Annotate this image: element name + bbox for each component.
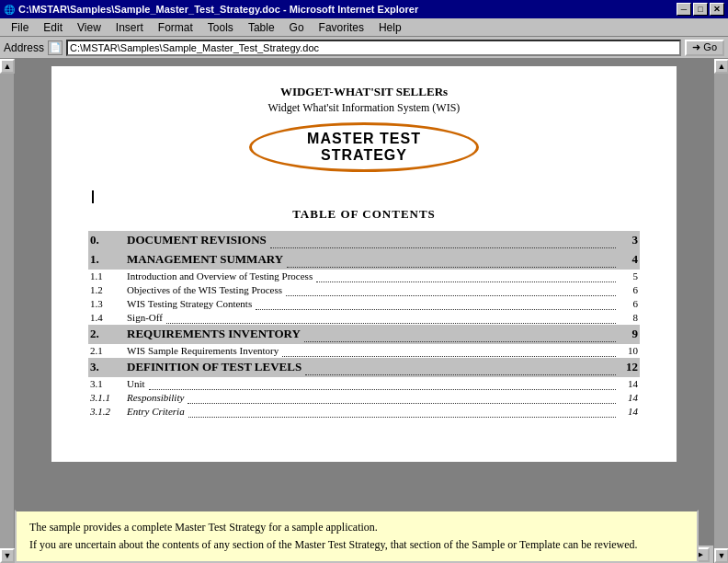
toc-page-0: 3 [620, 233, 638, 247]
toc-dots-4 [256, 298, 616, 310]
address-input[interactable] [66, 40, 681, 56]
address-icon: 📄 [48, 40, 63, 55]
main-area: ▲ ▼ WIDGET-WHAT'SIT SELLERs Widget What'… [0, 59, 728, 563]
menu-favorites[interactable]: Favorites [312, 19, 371, 36]
toc-num-11: 3.1.2 [90, 406, 127, 417]
right-scroll-down[interactable]: ▼ [714, 548, 728, 563]
menu-table[interactable]: Table [241, 19, 282, 36]
toc-num-2: 1.1 [90, 270, 127, 282]
toc-page-9: 14 [620, 378, 638, 389]
toc-text-8: DEFINITION OF TEST LEVELS [127, 360, 301, 374]
menu-go[interactable]: Go [282, 19, 312, 36]
address-bar: Address 📄 ➜ Go [0, 37, 728, 59]
toc-dots-2 [316, 270, 616, 282]
info-box: The sample provides a complete Master Te… [15, 510, 699, 563]
toc-num-9: 3.1 [90, 378, 127, 389]
toc-entry-6: 2.REQUIREMENTS INVENTORY 9 [88, 325, 640, 344]
minimize-button[interactable]: ─ [677, 3, 691, 16]
right-scroll-up[interactable]: ▲ [714, 59, 728, 74]
toc-dots-6 [304, 327, 616, 342]
window-title: C:\MSTAR\Samples\Sample_Master_Test_Stra… [18, 4, 418, 15]
toc-num-1: 1. [90, 252, 127, 267]
toc-dots-1 [287, 252, 616, 268]
close-button[interactable]: ✕ [710, 3, 724, 16]
text-cursor [92, 190, 97, 203]
cursor-line [88, 190, 640, 203]
toc-page-1: 4 [620, 252, 638, 267]
toc-entry-10: 3.1.1Responsibility 14 [88, 391, 640, 405]
menu-file[interactable]: File [4, 19, 36, 36]
toc-entry-3: 1.2Objectives of the WIS Testing Process… [88, 283, 640, 297]
toc-entry-11: 3.1.2Entry Criteria 14 [88, 405, 640, 419]
toc-dots-3 [286, 284, 616, 296]
toc-dots-10 [188, 392, 616, 404]
toc-entry-1: 1.MANAGEMENT SUMMARY 4 [88, 250, 640, 270]
app-icon: 🌐 [4, 5, 15, 15]
menu-format[interactable]: Format [151, 19, 200, 36]
toc-page-3: 6 [620, 284, 638, 295]
document-wrapper: WIDGET-WHAT'SIT SELLERs Widget What'sit … [15, 59, 713, 545]
menu-bar: File Edit View Insert Format Tools Table… [0, 18, 728, 37]
go-button[interactable]: ➜ Go [685, 40, 724, 56]
toc-page-10: 14 [620, 392, 638, 403]
master-test-title: MASTER TEST STRATEGY [249, 122, 479, 172]
scroll-up-button[interactable]: ▲ [0, 59, 15, 74]
toc-entry-5: 1.4Sign-Off 8 [88, 311, 640, 325]
toc-num-3: 1.2 [90, 284, 127, 295]
toc-num-5: 1.4 [90, 312, 127, 323]
document-page: WIDGET-WHAT'SIT SELLERs Widget What'sit … [51, 66, 677, 462]
info-line2: If you are uncertain about the contents … [29, 538, 684, 552]
toc-text-7: WIS Sample Requirements Inventory [127, 345, 279, 356]
toc-num-0: 0. [90, 233, 127, 247]
toc-num-8: 3. [90, 360, 127, 374]
address-label: Address [4, 41, 44, 54]
right-scrollbar: ▲ ▼ [713, 59, 728, 563]
doc-subtitle: Widget What'sit Information System (WIS) [88, 101, 640, 115]
menu-insert[interactable]: Insert [108, 19, 151, 36]
right-scroll-track[interactable] [714, 74, 728, 548]
toc-container: 0.DOCUMENT REVISIONS 31.MANAGEMENT SUMMA… [88, 231, 640, 419]
toc-entry-4: 1.3WIS Testing Strategy Contents 6 [88, 297, 640, 311]
toc-text-6: REQUIREMENTS INVENTORY [127, 327, 301, 341]
doc-area: WIDGET-WHAT'SIT SELLERs Widget What'sit … [15, 59, 713, 563]
info-line1: The sample provides a complete Master Te… [29, 521, 684, 534]
title-bar: 🌐 C:\MSTAR\Samples\Sample_Master_Test_St… [0, 0, 728, 18]
toc-text-9: Unit [127, 378, 145, 389]
toc-dots-0 [270, 233, 616, 248]
menu-edit[interactable]: Edit [36, 19, 70, 36]
toc-heading: TABLE OF CONTENTS [88, 207, 640, 222]
toc-dots-9 [149, 378, 616, 390]
toc-dots-5 [166, 312, 616, 324]
toc-dots-7 [282, 345, 616, 357]
toc-num-6: 2. [90, 327, 127, 341]
toc-dots-8 [305, 360, 616, 375]
toc-text-3: Objectives of the WIS Testing Process [127, 284, 282, 295]
toc-text-5: Sign-Off [127, 312, 163, 323]
toc-num-4: 1.3 [90, 298, 127, 309]
toc-text-10: Responsibility [127, 392, 184, 403]
title-bar-buttons: ─ □ ✕ [677, 3, 724, 16]
toc-page-4: 6 [620, 298, 638, 309]
toc-text-11: Entry Criteria [127, 406, 185, 417]
toc-text-1: MANAGEMENT SUMMARY [127, 252, 283, 267]
doc-title-main: WIDGET-WHAT'SIT SELLERs [88, 85, 640, 99]
menu-help[interactable]: Help [371, 19, 409, 36]
title-bar-left: 🌐 C:\MSTAR\Samples\Sample_Master_Test_St… [4, 4, 418, 15]
toc-page-11: 14 [620, 406, 638, 417]
scroll-down-button[interactable]: ▼ [0, 548, 15, 563]
menu-view[interactable]: View [70, 19, 108, 36]
toc-text-2: Introduction and Overview of Testing Pro… [127, 270, 313, 282]
toc-text-0: DOCUMENT REVISIONS [127, 233, 267, 247]
toc-dots-11 [188, 406, 616, 418]
scroll-track-left[interactable] [0, 74, 14, 548]
menu-tools[interactable]: Tools [200, 19, 241, 36]
toc-page-5: 8 [620, 312, 638, 323]
toc-entry-0: 0.DOCUMENT REVISIONS 3 [88, 231, 640, 250]
toc-page-2: 5 [620, 270, 638, 282]
toc-entry-8: 3.DEFINITION OF TEST LEVELS 12 [88, 358, 640, 377]
toc-page-7: 10 [620, 345, 638, 356]
maximize-button[interactable]: □ [693, 3, 708, 16]
left-scrollbar: ▲ ▼ [0, 59, 15, 563]
toc-text-4: WIS Testing Strategy Contents [127, 298, 252, 309]
toc-entry-2: 1.1Introduction and Overview of Testing … [88, 270, 640, 283]
